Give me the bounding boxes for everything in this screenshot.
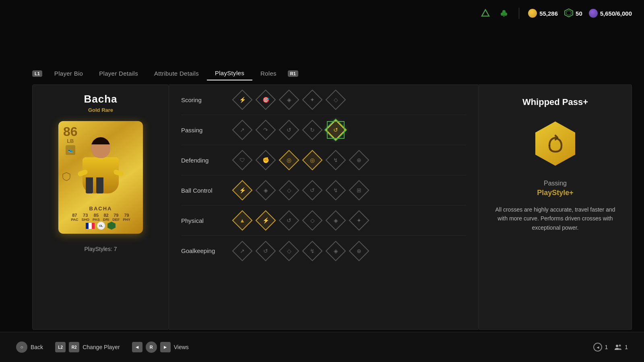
ps-icon[interactable]: ⊞	[350, 181, 368, 199]
ps-icon[interactable]: ↺	[303, 181, 321, 199]
bottom-bar: ○ Back L2 R2 Change Player ◄ R ► Views ◄…	[0, 332, 644, 362]
club-badge: OL	[97, 222, 105, 230]
ps-icon[interactable]: ◇	[280, 181, 298, 199]
ps-icon[interactable]: ✦	[303, 91, 321, 109]
whipped-pass-icon[interactable]: ↺	[327, 121, 345, 139]
goalkeeping-row: Goalkeeping ↗ ↺ ◇ ↯	[181, 236, 466, 266]
tab-player-details[interactable]: Player Details	[91, 67, 146, 80]
passing-label: Passing	[181, 127, 233, 134]
physical-row: Physical ▲ ⚡ ↺ ◇	[181, 206, 466, 236]
ps-icon[interactable]: ✊	[257, 151, 275, 169]
scoring-icons: ⚡ 🎯 ◈ ✦ ◇	[233, 91, 345, 109]
info-playstyle-name: PlayStyle+	[537, 189, 574, 197]
player-indicator: 1	[614, 344, 628, 350]
ps-icon[interactable]: ↺	[280, 121, 298, 139]
page-indicator: ◄ 1	[593, 343, 608, 352]
coin-icon	[528, 9, 537, 18]
ps-icon[interactable]: ⊕	[350, 151, 368, 169]
physical-icons: ▲ ⚡ ↺ ◇ ◈	[233, 212, 368, 229]
coins-display: 55,286	[528, 9, 558, 18]
nav-tabs: L1 Player Bio Player Details Attribute D…	[32, 66, 298, 80]
tab-roles[interactable]: Roles	[252, 67, 285, 80]
playstyles-count: PlayStyles: 7	[85, 246, 117, 252]
passing-row: Passing ↗ ↷ ↺ ↻	[181, 115, 466, 145]
scoring-label: Scoring	[181, 97, 233, 103]
ps-icon[interactable]: ↯	[327, 151, 345, 169]
playstyle-big-icon	[531, 119, 580, 168]
player-panel: Bacha Gold Rare 86 LB 👟	[32, 84, 169, 330]
ps-icon[interactable]: ⚡	[233, 91, 251, 109]
svg-point-7	[616, 345, 618, 347]
page-count: 1	[605, 344, 608, 350]
sp-icon	[589, 9, 598, 18]
svg-point-3	[504, 12, 507, 16]
tokens-display: 50	[564, 8, 582, 19]
player-rarity: Gold Rare	[88, 107, 113, 113]
ps-icon[interactable]: ✦	[350, 212, 368, 229]
svg-rect-4	[504, 15, 504, 17]
player-count: 1	[625, 344, 628, 350]
ps-icon[interactable]: ⚡	[233, 181, 251, 199]
ps-icon[interactable]: ◇	[280, 242, 298, 260]
stat-pac: 87 PAC	[71, 213, 78, 222]
ps-icon[interactable]: ◈	[257, 181, 275, 199]
tab-player-bio[interactable]: Player Bio	[46, 67, 91, 80]
r2-button: R2	[69, 342, 79, 352]
ps-icon[interactable]: ⊕	[350, 242, 368, 260]
back-action[interactable]: ○ Back	[16, 341, 43, 353]
ps-icon[interactable]: ↻	[303, 121, 321, 139]
ps-icon[interactable]: ◈	[327, 242, 345, 260]
shield-icon	[62, 172, 70, 183]
svg-marker-0	[482, 10, 489, 16]
svg-marker-5	[565, 9, 573, 17]
ps-icon[interactable]: ↯	[327, 181, 345, 199]
ps-icon[interactable]: ◈	[280, 91, 298, 109]
ps-icon[interactable]: ◎	[303, 151, 321, 169]
svg-marker-6	[566, 10, 571, 15]
france-flag	[86, 223, 95, 229]
goalkeeping-icons: ↗ ↺ ◇ ↯ ◈	[233, 242, 368, 260]
bottom-right: ◄ 1 1	[593, 343, 628, 352]
shamrock-icon	[498, 7, 510, 19]
ps-icon[interactable]: ↗	[233, 121, 251, 139]
ps-icon[interactable]: ↺	[257, 242, 275, 260]
card-player-name: BACHA	[89, 206, 112, 212]
ball-control-row: Ball Control ⚡ ◈ ◇ ↺	[181, 175, 466, 206]
divider	[519, 8, 519, 19]
goalkeeping-label: Goalkeeping	[181, 247, 233, 254]
ps-icon[interactable]: ◎	[280, 151, 298, 169]
stat-def: 79 DEF	[112, 213, 120, 222]
top-bar: 55,286 50 5,650/6,000	[467, 0, 644, 27]
ps-icon[interactable]: ◇	[327, 91, 345, 109]
tokens-icon	[564, 8, 573, 19]
stat-phy: 79 PHY	[123, 213, 130, 222]
people-icon	[614, 344, 622, 350]
ps-icon[interactable]: ⚡	[257, 212, 275, 229]
views-label: Views	[174, 344, 189, 350]
info-category: Passing	[544, 180, 567, 187]
circle-button: ○	[16, 341, 27, 353]
ps-icon[interactable]: ◇	[303, 212, 321, 229]
ps-icon[interactable]: ↗	[233, 242, 251, 260]
ps-icon[interactable]: 🛡	[233, 151, 251, 169]
ps-icon[interactable]: 🎯	[257, 91, 275, 109]
defending-label: Defending	[181, 157, 233, 164]
sp-display: 5,650/6,000	[589, 9, 632, 18]
ps-icon[interactable]: ↯	[303, 242, 321, 260]
l1-badge: L1	[32, 70, 42, 77]
card-stats: 87 PAC 73 SHO 85 PAS 82 DRI 79 DEF	[71, 213, 130, 222]
ps-icon[interactable]: ↷	[257, 121, 275, 139]
change-player-action[interactable]: L2 R2 Change Player	[55, 342, 120, 352]
ps-icon[interactable]: ▲	[233, 212, 251, 229]
ps-icon[interactable]: ↺	[280, 212, 298, 229]
info-panel: Whipped Pass+ Passing PlayStyle+ All cro…	[479, 84, 632, 330]
r-button: R	[146, 341, 157, 353]
stat-sho: 73 SHO	[81, 213, 89, 222]
tab-playstyles[interactable]: PlayStyles	[207, 66, 252, 80]
ps-icon[interactable]: ◈	[327, 212, 345, 229]
defending-icons: 🛡 ✊ ◎ ◎ ↯	[233, 151, 368, 169]
tab-attribute-details[interactable]: Attribute Details	[146, 67, 207, 80]
views-action[interactable]: ◄ R ► Views	[132, 341, 189, 353]
triangle-icon	[479, 7, 491, 19]
player-name: Bacha	[84, 93, 117, 105]
